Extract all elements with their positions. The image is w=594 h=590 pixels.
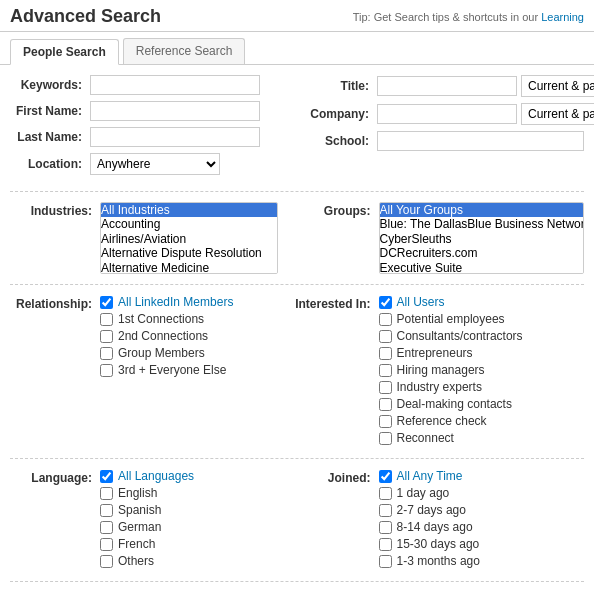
lastname-input[interactable] — [90, 127, 260, 147]
interested-check-6[interactable] — [379, 398, 392, 411]
language-text-5: Others — [118, 554, 154, 568]
interested-item-8: Reconnect — [379, 431, 523, 445]
interested-check-1[interactable] — [379, 313, 392, 326]
tab-reference-search[interactable]: Reference Search — [123, 38, 246, 64]
joined-item-3: 8-14 days ago — [379, 520, 480, 534]
company-timeframe-select[interactable]: Current & past Current Past — [521, 103, 594, 125]
interested-text-3: Entrepreneurs — [397, 346, 473, 360]
joined-item-0: All Any Time — [379, 469, 480, 483]
school-row: School: — [307, 131, 584, 151]
relationship-list: All LinkedIn Members 1st Connections 2nd… — [100, 295, 233, 380]
language-text-3: German — [118, 520, 161, 534]
title-timeframe-select[interactable]: Current & past Current Past — [521, 75, 594, 97]
interested-check-0[interactable] — [379, 296, 392, 309]
industries-groups-section: Industries: All Industries Accounting Ai… — [10, 202, 584, 285]
groups-listbox[interactable]: All Your Groups Blue: The DallasBlue Bus… — [379, 202, 584, 274]
language-check-4[interactable] — [100, 538, 113, 551]
learning-link[interactable]: Learning — [541, 11, 584, 23]
relationship-check-1[interactable] — [100, 313, 113, 326]
company-row: Company: Current & past Current Past — [307, 103, 584, 125]
interested-check-8[interactable] — [379, 432, 392, 445]
joined-text-0: All Any Time — [397, 469, 463, 483]
relationship-text-4: 3rd + Everyone Else — [118, 363, 226, 377]
location-label: Location: — [10, 157, 90, 171]
location-row: Location: Anywhere United States United … — [10, 153, 287, 175]
relationship-check-4[interactable] — [100, 364, 113, 377]
interested-item-1: Potential employees — [379, 312, 523, 326]
interested-item-3: Entrepreneurs — [379, 346, 523, 360]
language-check-3[interactable] — [100, 521, 113, 534]
joined-text-3: 8-14 days ago — [397, 520, 473, 534]
language-joined-row: Language: All Languages English Spani — [10, 469, 584, 571]
interested-item-7: Reference check — [379, 414, 523, 428]
interested-text-6: Deal-making contacts — [397, 397, 512, 411]
interested-label: Interested In: — [294, 295, 379, 311]
relationship-check-2[interactable] — [100, 330, 113, 343]
language-item-1: English — [100, 486, 194, 500]
title-input[interactable] — [377, 76, 517, 96]
location-select[interactable]: Anywhere United States United Kingdom Ca… — [90, 153, 220, 175]
interested-container: Interested In: All Users Potential emplo… — [286, 295, 584, 448]
interested-check-3[interactable] — [379, 347, 392, 360]
joined-check-0[interactable] — [379, 470, 392, 483]
interested-check-2[interactable] — [379, 330, 392, 343]
firstname-label: First Name: — [10, 104, 90, 118]
joined-text-2: 2-7 days ago — [397, 503, 466, 517]
language-check-5[interactable] — [100, 555, 113, 568]
title-row: Title: Current & past Current Past — [307, 75, 584, 97]
language-label: Language: — [10, 469, 100, 485]
interested-text-8: Reconnect — [397, 431, 454, 445]
lastname-row: Last Name: — [10, 127, 287, 147]
industries-listbox[interactable]: All Industries Accounting Airlines/Aviat… — [100, 202, 278, 274]
school-label: School: — [307, 134, 377, 148]
company-input[interactable] — [377, 104, 517, 124]
language-text-0: All Languages — [118, 469, 194, 483]
joined-check-5[interactable] — [379, 555, 392, 568]
interested-list: All Users Potential employees Consultant… — [379, 295, 523, 448]
interested-check-7[interactable] — [379, 415, 392, 428]
keywords-row: Keywords: — [10, 75, 287, 95]
firstname-input[interactable] — [90, 101, 260, 121]
language-joined-section: Language: All Languages English Spani — [10, 469, 584, 582]
school-input[interactable] — [377, 131, 584, 151]
language-item-4: French — [100, 537, 194, 551]
interested-check-5[interactable] — [379, 381, 392, 394]
groups-container: Groups: All Your Groups Blue: The Dallas… — [286, 202, 584, 274]
language-check-2[interactable] — [100, 504, 113, 517]
interested-check-4[interactable] — [379, 364, 392, 377]
interested-text-2: Consultants/contractors — [397, 329, 523, 343]
relationship-item-3: Group Members — [100, 346, 233, 360]
relationship-item-0: All LinkedIn Members — [100, 295, 233, 309]
joined-check-2[interactable] — [379, 504, 392, 517]
joined-check-1[interactable] — [379, 487, 392, 500]
interested-item-0: All Users — [379, 295, 523, 309]
basic-fields-row: Keywords: First Name: Last Name: Locatio… — [10, 75, 584, 181]
joined-check-4[interactable] — [379, 538, 392, 551]
relationship-interested-section: Relationship: All LinkedIn Members 1st C… — [10, 295, 584, 459]
lastname-label: Last Name: — [10, 130, 90, 144]
page-title: Advanced Search — [10, 6, 161, 27]
language-check-0[interactable] — [100, 470, 113, 483]
relationship-text-0: All LinkedIn Members — [118, 295, 233, 309]
language-text-2: Spanish — [118, 503, 161, 517]
keywords-input[interactable] — [90, 75, 260, 95]
relationship-check-0[interactable] — [100, 296, 113, 309]
relationship-text-1: 1st Connections — [118, 312, 204, 326]
interested-item-5: Industry experts — [379, 380, 523, 394]
industries-container: Industries: All Industries Accounting Ai… — [10, 202, 286, 274]
interested-text-7: Reference check — [397, 414, 487, 428]
language-text-1: English — [118, 486, 157, 500]
tab-people-search[interactable]: People Search — [10, 39, 119, 65]
joined-check-3[interactable] — [379, 521, 392, 534]
interested-item-4: Hiring managers — [379, 363, 523, 377]
relationship-text-2: 2nd Connections — [118, 329, 208, 343]
joined-list: All Any Time 1 day ago 2-7 days ago — [379, 469, 480, 571]
language-check-1[interactable] — [100, 487, 113, 500]
relationship-interested-row: Relationship: All LinkedIn Members 1st C… — [10, 295, 584, 448]
joined-label: Joined: — [294, 469, 379, 485]
page-header: Advanced Search Tip: Get Search tips & s… — [0, 0, 594, 32]
left-form: Keywords: First Name: Last Name: Locatio… — [10, 75, 297, 181]
relationship-check-3[interactable] — [100, 347, 113, 360]
joined-text-5: 1-3 months ago — [397, 554, 480, 568]
company-label: Company: — [307, 107, 377, 121]
